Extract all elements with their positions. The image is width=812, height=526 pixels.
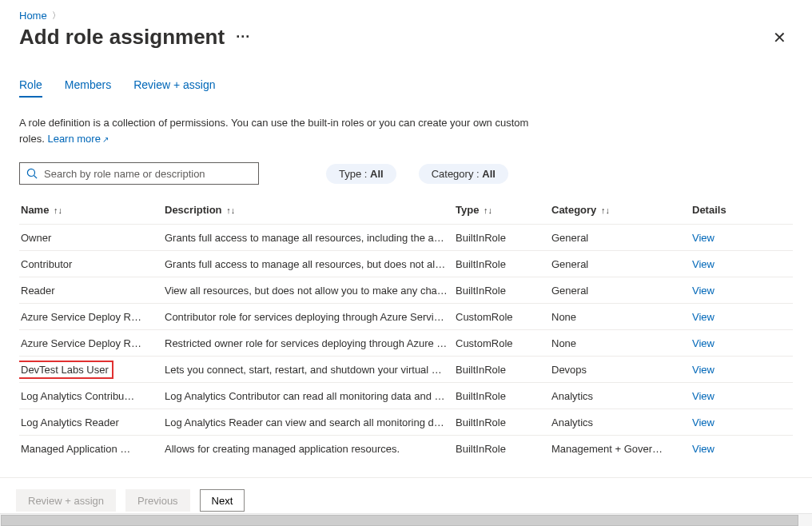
cell-description: Grants full access to manage all resourc…: [163, 251, 454, 277]
cell-category: General: [550, 225, 691, 251]
col-header-description[interactable]: Description ↑↓: [163, 196, 454, 225]
scrollbar-thumb[interactable]: [1, 515, 798, 526]
cell-details: View: [691, 277, 793, 304]
col-header-category[interactable]: Category ↑↓: [550, 196, 691, 225]
cell-type: BuiltInRole: [454, 225, 550, 251]
cell-description: View all resources, but does not allow y…: [163, 277, 454, 304]
cell-type: CustomRole: [454, 304, 550, 330]
learn-more-link[interactable]: Learn more↗: [47, 133, 108, 145]
cell-details: View: [691, 330, 793, 357]
external-link-icon: ↗: [102, 135, 109, 144]
learn-more-label: Learn more: [47, 133, 100, 145]
more-actions-icon[interactable]: ···: [236, 29, 250, 46]
view-link[interactable]: View: [692, 364, 714, 376]
table-row[interactable]: Managed Application …Allows for creating…: [19, 436, 793, 456]
view-link[interactable]: View: [692, 337, 714, 349]
cell-name: Azure Service Deploy R…: [19, 330, 163, 357]
view-link[interactable]: View: [692, 443, 714, 455]
cell-category: Management + Gover…: [550, 436, 691, 456]
view-link[interactable]: View: [692, 311, 714, 323]
cell-name: Log Analytics Contribu…: [19, 383, 163, 409]
category-filter-label: Category :: [432, 168, 483, 180]
cell-name: Managed Application …: [19, 436, 163, 456]
cell-category: None: [550, 304, 691, 330]
tab-members[interactable]: Members: [65, 78, 111, 98]
svg-line-1: [34, 175, 37, 178]
review-assign-button: Review + assign: [16, 489, 116, 512]
title-row: Add role assignment ··· ✕: [19, 25, 793, 50]
cell-category: None: [550, 330, 691, 357]
cell-details: View: [691, 357, 793, 383]
cell-name: Owner: [19, 225, 163, 251]
type-filter-value: All: [370, 168, 384, 180]
table-row[interactable]: DevTest Labs UserLets you connect, start…: [19, 357, 793, 383]
cell-category: Analytics: [550, 383, 691, 409]
highlighted-role-name: DevTest Labs User: [19, 361, 113, 379]
category-filter-pill[interactable]: Category : All: [419, 164, 508, 184]
svg-point-0: [27, 169, 34, 176]
cell-details: View: [691, 409, 793, 436]
col-header-name[interactable]: Name ↑↓: [19, 196, 163, 225]
cell-type: BuiltInRole: [454, 409, 550, 436]
view-link[interactable]: View: [692, 390, 714, 402]
col-header-type[interactable]: Type ↑↓: [454, 196, 550, 225]
cell-name: Reader: [19, 277, 163, 304]
table-row[interactable]: Azure Service Deploy R…Restricted owner …: [19, 330, 793, 357]
cell-name: Contributor: [19, 251, 163, 277]
cell-type: BuiltInRole: [454, 277, 550, 304]
page-title-text: Add role assignment: [19, 25, 225, 50]
cell-details: View: [691, 304, 793, 330]
cell-description: Lets you connect, start, restart, and sh…: [163, 357, 454, 383]
tab-review[interactable]: Review + assign: [133, 78, 215, 98]
cell-details: View: [691, 383, 793, 409]
previous-button: Previous: [125, 489, 190, 512]
chevron-right-icon: 〉: [52, 10, 61, 22]
cell-category: Analytics: [550, 409, 691, 436]
cell-name: Log Analytics Reader: [19, 409, 163, 436]
cell-details: View: [691, 436, 793, 456]
table-row[interactable]: Log Analytics Contribu…Log Analytics Con…: [19, 383, 793, 409]
cell-details: View: [691, 251, 793, 277]
sort-icon: ↑↓: [226, 205, 235, 215]
cell-details: View: [691, 225, 793, 251]
table-row[interactable]: Azure Service Deploy R…Contributor role …: [19, 304, 793, 330]
cell-description: Allows for creating managed application …: [163, 436, 454, 456]
cell-type: BuiltInRole: [454, 383, 550, 409]
description-text: A role definition is a collection of per…: [19, 115, 531, 146]
cell-description: Contributor role for services deploying …: [163, 304, 454, 330]
cell-description: Log Analytics Contributor can read all m…: [163, 383, 454, 409]
view-link[interactable]: View: [692, 285, 714, 297]
search-input[interactable]: [42, 167, 252, 181]
cell-category: General: [550, 277, 691, 304]
cell-category: General: [550, 251, 691, 277]
horizontal-scrollbar[interactable]: [0, 513, 812, 526]
col-header-details: Details: [691, 196, 793, 225]
cell-category: Devops: [550, 357, 691, 383]
tab-role[interactable]: Role: [19, 78, 42, 98]
sort-icon: ↑↓: [54, 205, 62, 215]
cell-type: CustomRole: [454, 330, 550, 357]
type-filter-label: Type :: [339, 168, 370, 180]
cell-description: Restricted owner role for services deplo…: [163, 330, 454, 357]
search-icon: [26, 168, 38, 179]
cell-description: Grants full access to manage all resourc…: [163, 225, 454, 251]
view-link[interactable]: View: [692, 416, 714, 428]
close-icon[interactable]: ✕: [766, 26, 793, 49]
cell-type: BuiltInRole: [454, 251, 550, 277]
view-link[interactable]: View: [692, 232, 714, 244]
cell-type: BuiltInRole: [454, 436, 550, 456]
next-button[interactable]: Next: [200, 489, 245, 512]
main-panel: Home 〉 Add role assignment ··· ✕ Role Me…: [0, 0, 812, 456]
table-row[interactable]: OwnerGrants full access to manage all re…: [19, 225, 793, 251]
type-filter-pill[interactable]: Type : All: [326, 164, 396, 184]
search-box[interactable]: [19, 162, 259, 185]
tabs: Role Members Review + assign: [19, 78, 793, 98]
breadcrumb: Home 〉: [19, 10, 793, 22]
breadcrumb-home-link[interactable]: Home: [19, 10, 47, 22]
table-row[interactable]: Log Analytics ReaderLog Analytics Reader…: [19, 409, 793, 436]
cell-name: Azure Service Deploy R…: [19, 304, 163, 330]
table-row[interactable]: ReaderView all resources, but does not a…: [19, 277, 793, 304]
table-row[interactable]: ContributorGrants full access to manage …: [19, 251, 793, 277]
view-link[interactable]: View: [692, 258, 714, 270]
sort-icon: ↑↓: [484, 205, 492, 215]
